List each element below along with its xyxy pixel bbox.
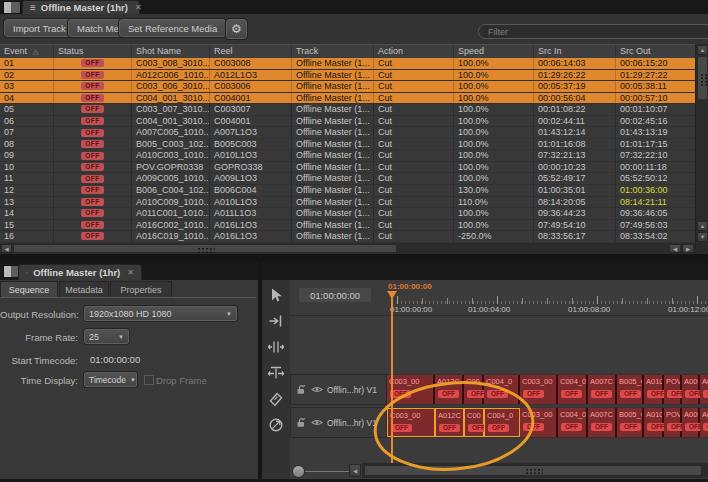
gear-icon[interactable]: ⚙ — [226, 19, 247, 39]
slip-slide-tool-icon[interactable] — [265, 362, 287, 384]
timeline-ruler[interactable] — [397, 296, 708, 304]
filter-input[interactable] — [478, 24, 708, 39]
table-row[interactable]: 08OFFB005_C003_102...B005C003Offline Mas… — [0, 139, 695, 151]
scroll-down-icon[interactable]: ▼ — [697, 232, 708, 242]
table-row[interactable]: 03OFFC003_006_3010...C003006Offline Mast… — [0, 81, 695, 93]
table-vscrollbar[interactable]: ▲ ▲ ▼ — [695, 44, 708, 254]
table-row[interactable]: 12OFFB006_C004_102...B006C004Offline Mas… — [0, 185, 695, 197]
zoom-slider-knob[interactable] — [292, 465, 305, 478]
track-header[interactable]: Offlin...hr) V1 — [290, 374, 387, 405]
column-header-shot-name[interactable]: Shot Name — [131, 45, 209, 58]
table-row[interactable]: 16OFFA016C019_1010...A016L1O3Offline Mas… — [0, 231, 695, 243]
cell-event: 09 — [0, 150, 53, 161]
cell-status: OFF — [53, 104, 131, 115]
timeline-clip[interactable]: C003_00OFF — [520, 375, 558, 404]
column-header-action[interactable]: Action — [373, 45, 453, 58]
set-reference-media-button[interactable]: Set Reference Media — [119, 19, 226, 37]
frame-rate-select[interactable]: 25 ▼ — [84, 329, 129, 344]
column-header-reel[interactable]: Reel — [209, 45, 291, 58]
table-row[interactable]: 10OFFPOV.GOPR0338GOPRO338Offline Master … — [0, 162, 695, 174]
timeline-clip[interactable]: C004_0OFF — [558, 375, 588, 404]
lock-icon[interactable] — [296, 417, 307, 428]
timeline-clip[interactable]: A012COFF — [435, 375, 464, 404]
table-row[interactable]: 01OFFC003_008_3010...C003008Offline Mast… — [0, 58, 695, 70]
timeline-clip[interactable]: C004_0OFF — [484, 375, 520, 404]
timeline-clip[interactable]: A009OFF — [682, 375, 700, 404]
column-header-status[interactable]: Status — [53, 45, 131, 58]
table-row[interactable]: 05OFFC003_007_3010...C003007Offline Mast… — [0, 104, 695, 116]
timeline-clip[interactable]: A010OFF — [644, 375, 664, 404]
start-timecode-value[interactable]: 01:00:00:00 — [90, 353, 140, 366]
timeline-hscrollbar[interactable] — [362, 463, 708, 478]
table-row[interactable]: 04OFFC004_001_3010...C004001Offline Mast… — [0, 93, 695, 105]
table-row[interactable]: 02OFFA012C006_1010...A012L1O3Offline Mas… — [0, 70, 695, 82]
tab-metadata[interactable]: Metadata — [59, 281, 109, 298]
table-row[interactable]: 06OFFC004_001_3010...C004001Offline Mast… — [0, 116, 695, 128]
timeline-clip[interactable]: A009OFF — [682, 408, 700, 437]
cell-track: Offline Master (1... — [291, 162, 373, 173]
scroll-right-icon[interactable]: ▶ — [682, 244, 694, 253]
tab-offline-master-bottom[interactable]: Offline Master (1hr) ✕ — [18, 264, 142, 280]
column-header-speed[interactable]: Speed — [453, 45, 533, 58]
pointer-tool-icon[interactable] — [265, 284, 287, 306]
import-track-button[interactable]: Import Track — [4, 19, 75, 37]
status-badge: OFF — [81, 186, 104, 194]
tab-properties[interactable]: Properties — [110, 281, 172, 298]
timeline-scroll-left-icon[interactable]: ◀ — [349, 464, 361, 477]
close-tab-bottom-icon[interactable]: ✕ — [127, 268, 134, 277]
scroll-left-icon[interactable]: ◀ — [1, 244, 12, 253]
timeline-hscroll-thumb[interactable] — [364, 465, 702, 476]
timeline-clip[interactable]: C003_00OFF — [520, 408, 558, 437]
timeline-clip[interactable]: B005_COFF — [617, 375, 644, 404]
playhead-line[interactable] — [391, 291, 393, 463]
timeline-clip[interactable]: A007COFF — [588, 375, 617, 404]
scroll-up-icon[interactable]: ▲ — [697, 45, 708, 55]
scroll-left2-icon[interactable]: ◀ — [669, 244, 681, 253]
timeline-clip[interactable]: C003_00OFF — [387, 375, 435, 404]
timeline-clip[interactable]: C004_0OFF — [558, 408, 588, 437]
zoom-slider-track[interactable] — [305, 471, 349, 472]
timeline-clip[interactable]: C003_00OFF — [387, 408, 435, 437]
tab-sequence[interactable]: Sequence — [0, 281, 58, 298]
timeline-clip[interactable]: POVOFF — [664, 408, 682, 437]
timeline-clip[interactable]: C004_0OFF — [484, 408, 520, 437]
timeline-clip[interactable]: A007COFF — [588, 408, 617, 437]
timeline-clip[interactable]: C00OFF — [464, 375, 484, 404]
eye-icon[interactable] — [311, 418, 323, 427]
table-row[interactable]: 09OFFA010C003_1010...A010L1O3Offline Mas… — [0, 150, 695, 162]
close-tab-icon[interactable]: ✕ — [135, 3, 142, 12]
timeline-clip[interactable]: C00OFF — [464, 408, 484, 437]
hscroll-thumb[interactable] — [13, 244, 397, 253]
lock-icon[interactable] — [296, 384, 307, 395]
timeline-clip[interactable]: A0OFF — [700, 375, 708, 404]
trim-tool-icon[interactable] — [265, 336, 287, 358]
razor-tool-icon[interactable] — [265, 388, 287, 410]
timeline-clip[interactable]: A012COFF — [435, 408, 464, 437]
table-row[interactable]: 07OFFA007C005_1010...A007L1O3Offline Mas… — [0, 127, 695, 139]
timeline-clip[interactable]: A010OFF — [644, 408, 664, 437]
column-header-src-out[interactable]: Src Out — [615, 45, 695, 58]
sync-tool-icon[interactable] — [265, 414, 287, 436]
table-row[interactable]: 11OFFA009C005_1010...A009L1O3Offline Mas… — [0, 173, 695, 185]
table-row[interactable]: 14OFFA011C001_1010...A011L1O3Offline Mas… — [0, 208, 695, 220]
column-header-src-in[interactable]: Src In — [533, 45, 615, 58]
column-header-event[interactable]: Event△ — [0, 45, 53, 58]
table-row[interactable]: 15OFFA016C002_1010...A016L1O3Offline Mas… — [0, 220, 695, 232]
scroll-up2-icon[interactable]: ▲ — [697, 221, 708, 231]
drop-frame-checkbox[interactable] — [144, 375, 154, 385]
table-hscrollbar[interactable]: ◀ ◀ ▶ — [0, 243, 695, 254]
pane-corner-icon[interactable] — [3, 1, 21, 14]
timeline-clip[interactable]: POVOFF — [664, 375, 682, 404]
tab-offline-master-top[interactable]: ≡ Offline Master (1hr) ✕ — [22, 0, 140, 14]
insert-edit-tool-icon[interactable] — [265, 310, 287, 332]
track-header[interactable]: Offlin...hr) V1 — [290, 407, 387, 438]
playhead-marker[interactable] — [387, 291, 397, 299]
table-row[interactable]: 13OFFA010C009_1010...A010L1O3Offline Mas… — [0, 197, 695, 209]
timeline-clip[interactable]: B005_COFF — [617, 408, 644, 437]
vscroll-thumb[interactable] — [697, 56, 708, 100]
time-display-select[interactable]: Timecode ▼ — [84, 372, 137, 387]
output-resolution-select[interactable]: 1920x1080 HD 1080 ▼ — [84, 306, 237, 321]
column-header-track[interactable]: Track — [291, 45, 373, 58]
timeline-clip[interactable]: A0OFF — [700, 408, 708, 437]
eye-icon[interactable] — [311, 385, 323, 394]
